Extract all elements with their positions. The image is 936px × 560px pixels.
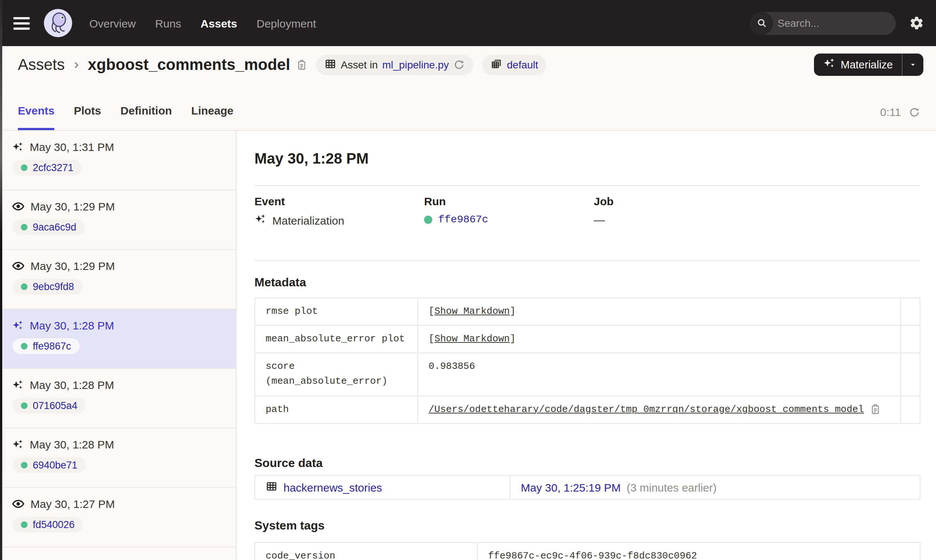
metadata-table: rmse plot[Show Markdown]mean_absolute_er…	[254, 297, 921, 423]
materialize-button[interactable]: Materialize	[814, 57, 902, 72]
metadata-value: [Show Markdown]	[418, 326, 900, 352]
event-timestamp: May 30, 1:27 PM	[31, 497, 115, 510]
event-list-item[interactable]: May 30, 1:28 PM071605a4	[0, 369, 236, 428]
primary-nav: OverviewRunsAssetsDeployment	[89, 17, 316, 29]
event-list-item[interactable]: May 30, 1:29 PM9aca6c9d	[0, 191, 236, 250]
system-tags-heading: System tags	[254, 519, 921, 532]
divider	[254, 185, 921, 186]
materialization-icon	[254, 214, 266, 228]
run-link[interactable]: 071605a4	[13, 398, 86, 414]
run-status-dot	[21, 283, 28, 290]
run-status-dot	[424, 215, 432, 223]
search-box[interactable]: /	[750, 12, 896, 35]
show-markdown-link[interactable]: Show Markdown	[434, 333, 510, 344]
run-link[interactable]: ffe9867c	[13, 338, 79, 354]
chevron-right-icon	[71, 59, 82, 70]
top-nav: OverviewRunsAssetsDeployment /	[0, 0, 936, 46]
metadata-key: rmse plot	[255, 298, 418, 325]
source-data-heading: Source data	[254, 456, 921, 470]
show-markdown-link[interactable]: Show Markdown	[434, 306, 510, 317]
observation-icon	[12, 200, 25, 213]
asset-grid-icon	[325, 58, 336, 72]
tab-bar: EventsPlotsDefinitionLineage 0:11	[0, 83, 936, 131]
tab-plots[interactable]: Plots	[74, 104, 101, 130]
code-location-link[interactable]: ml_pipeline.py	[382, 59, 449, 71]
run-link[interactable]: ffe9867c	[438, 214, 488, 225]
event-timestamp: May 30, 1:28 PM	[30, 319, 114, 332]
system-tags-table: code_versionffe9867c-ec9c-4f06-939c-f8dc…	[254, 542, 921, 560]
divider	[254, 260, 921, 261]
nav-right: /	[750, 12, 924, 35]
expand-cell[interactable]	[900, 298, 920, 325]
asset-grid-icon	[266, 480, 277, 494]
asset-name: xgboost_comments_model	[88, 56, 290, 74]
event-timestamp: May 30, 1:28 PM	[30, 438, 114, 451]
dagster-logo[interactable]	[43, 8, 73, 38]
run-id: 9aca6c9d	[33, 222, 76, 233]
nav-item-runs[interactable]: Runs	[155, 17, 181, 29]
event-list: May 30, 1:31 PM2cfc3271 May 30, 1:29 PM9…	[0, 131, 237, 560]
copy-path-icon[interactable]	[870, 404, 881, 415]
metadata-value: 0.983856	[418, 354, 900, 395]
tab-events[interactable]: Events	[18, 104, 54, 130]
run-column-label: Run	[424, 195, 594, 208]
nav-item-overview[interactable]: Overview	[89, 17, 136, 29]
run-id: 2cfc3271	[33, 162, 74, 173]
nav-item-deployment[interactable]: Deployment	[257, 17, 316, 29]
event-summary: Event Materialization Run	[254, 195, 921, 228]
tab-lineage[interactable]: Lineage	[191, 104, 233, 130]
event-timestamp: May 30, 1:29 PM	[31, 260, 115, 272]
refresh-timer: 0:11	[880, 106, 901, 118]
dagster-app: OverviewRunsAssetsDeployment / Assets	[0, 0, 936, 560]
event-list-item[interactable]: May 30, 1:31 PM2cfc3271	[0, 131, 236, 191]
refresh-icon[interactable]	[908, 106, 921, 118]
breadcrumb-assets-link[interactable]: Assets	[18, 56, 65, 74]
expand-cell[interactable]	[900, 326, 920, 352]
materialization-icon	[12, 379, 24, 391]
event-timestamp: May 30, 1:31 PM	[30, 140, 114, 153]
run-id: 6940be71	[33, 460, 77, 471]
search-icon	[750, 12, 773, 35]
materialize-button-group: Materialize	[814, 54, 923, 76]
source-time-note: (3 minutes earlier)	[627, 481, 717, 494]
expand-cell[interactable]	[900, 354, 920, 395]
repo-link[interactable]: default	[507, 59, 538, 71]
job-column-label: Job	[594, 195, 764, 208]
run-status-dot	[21, 402, 28, 409]
materialize-dropdown-caret[interactable]	[902, 54, 923, 76]
run-id: 071605a4	[33, 400, 77, 411]
menu-icon[interactable]	[13, 17, 30, 29]
source-asset-link[interactable]: hackernews_stories	[283, 481, 382, 494]
run-link[interactable]: 6940be71	[13, 457, 86, 473]
run-status-dot	[21, 462, 28, 469]
run-id: ffe9867c	[33, 341, 71, 352]
expand-cell[interactable]	[900, 396, 920, 423]
event-list-item[interactable]: May 30, 1:28 PMffe9867c	[0, 309, 236, 369]
run-link[interactable]: 2cfc3271	[13, 160, 82, 175]
tab-definition[interactable]: Definition	[120, 104, 172, 130]
run-link[interactable]: 9aca6c9d	[13, 219, 85, 235]
search-input[interactable]	[773, 17, 896, 29]
run-status-dot	[21, 224, 28, 231]
metadata-key: mean_absolute_error plot	[255, 326, 418, 352]
materialization-icon	[12, 319, 24, 331]
metadata-row: path/Users/odetteharary/code/dagster/tmp…	[255, 396, 920, 423]
event-list-item[interactable]: May 30, 1:28 PM6940be71	[0, 428, 236, 488]
run-id: fd540026	[33, 519, 75, 530]
copy-asset-name-icon[interactable]	[296, 59, 307, 70]
run-link[interactable]: fd540026	[13, 517, 83, 532]
nav-item-assets[interactable]: Assets	[200, 17, 237, 29]
run-status-dot	[21, 522, 28, 528]
event-list-item[interactable]: May 30, 1:29 PM9ebc9fd8	[0, 250, 236, 309]
event-list-item[interactable]: May 30, 1:27 PMfd540026	[0, 488, 236, 547]
run-link[interactable]: 9ebc9fd8	[13, 279, 82, 294]
settings-gear-icon[interactable]	[909, 15, 924, 31]
path-link[interactable]: /Users/odetteharary/code/dagster/tmp_0mz…	[429, 402, 864, 417]
source-time-link[interactable]: May 30, 1:25:19 PM	[521, 481, 621, 494]
materialization-icon	[12, 141, 24, 153]
metadata-value: /Users/odetteharary/code/dagster/tmp_0mz…	[418, 396, 900, 423]
metadata-row: rmse plot[Show Markdown]	[255, 298, 920, 326]
metadata-value: [Show Markdown]	[418, 298, 900, 325]
reload-location-icon[interactable]	[454, 59, 465, 71]
metadata-key: score (mean_absolute_error)	[255, 354, 418, 395]
